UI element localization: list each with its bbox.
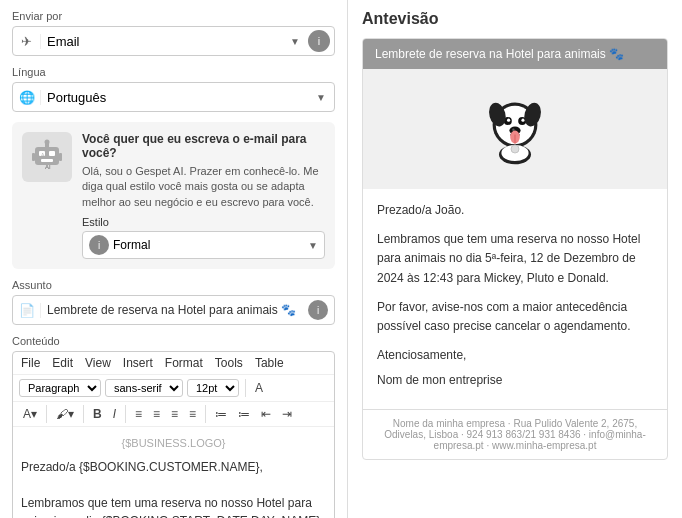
- send-by-arrow-icon: ▼: [282, 36, 308, 47]
- editor-body[interactable]: {$BUSINESS.LOGO} Prezado/a {$BOOKING.CUS…: [13, 427, 334, 518]
- language-label: Língua: [12, 66, 335, 78]
- conteudo-label: Conteúdo: [12, 335, 335, 347]
- fmt-sep-1: [46, 405, 47, 423]
- assunto-input[interactable]: [41, 303, 308, 317]
- svg-point-15: [521, 119, 524, 122]
- align-justify-button[interactable]: ≡: [185, 405, 200, 423]
- email-paragraph1: Lembramos que tem uma reserva no nosso H…: [377, 230, 653, 288]
- send-by-info-icon[interactable]: i: [308, 30, 330, 52]
- editor-paragraph1: Lembramos que tem uma reserva no nosso H…: [21, 494, 326, 518]
- editor-container: File Edit View Insert Format Tools Table…: [12, 351, 335, 518]
- left-panel: Enviar por ✈ Email ▼ i Língua 🌐 Portuguê…: [0, 0, 348, 518]
- ai-title: Você quer que eu escreva o e-mail para v…: [82, 132, 325, 160]
- text-color-picker[interactable]: A▾: [19, 405, 41, 423]
- align-left-button[interactable]: ≡: [131, 405, 146, 423]
- fmt-sep-2: [83, 405, 84, 423]
- preview-title: Antevisão: [362, 10, 668, 28]
- outdent-button[interactable]: ⇤: [257, 405, 275, 423]
- email-preview-header: Lembrete de reserva na Hotel para animai…: [363, 39, 667, 69]
- dog-illustration: [475, 89, 555, 169]
- toolbar-separator-1: [245, 379, 246, 397]
- email-body: Prezado/a João. Lembramos que tem uma re…: [363, 189, 667, 409]
- email-preview-header-title: Lembrete de reserva na Hotel para animai…: [375, 47, 624, 61]
- editor-toolbar-row1: Paragraph sans-serif 12pt A: [13, 375, 334, 402]
- fmt-sep-4: [205, 405, 206, 423]
- email-paragraph2: Por favor, avise-nos com a maior anteced…: [377, 298, 653, 336]
- assunto-label: Assunto: [12, 279, 335, 291]
- editor-menubar: File Edit View Insert Format Tools Table: [13, 352, 334, 375]
- bold-button[interactable]: B: [89, 405, 106, 423]
- right-panel: Antevisão Lembrete de reserva na Hotel p…: [348, 0, 682, 518]
- language-arrow-icon: ▼: [308, 92, 334, 103]
- menu-view[interactable]: View: [85, 356, 111, 370]
- svg-text:AI: AI: [45, 164, 51, 170]
- style-info-icon: i: [89, 235, 109, 255]
- highlight-button[interactable]: 🖌▾: [52, 405, 78, 423]
- assunto-info-icon[interactable]: i: [308, 300, 328, 320]
- email-signoff: Atenciosamente,: [377, 346, 653, 365]
- send-by-select[interactable]: Email: [41, 34, 282, 49]
- ai-avatar: A AI: [22, 132, 72, 182]
- font-family-select[interactable]: sans-serif: [105, 379, 183, 397]
- indent-button[interactable]: ⇥: [278, 405, 296, 423]
- ai-section: A AI Você quer que eu escreva o e-mail p…: [12, 122, 335, 269]
- menu-format[interactable]: Format: [165, 356, 203, 370]
- svg-rect-2: [49, 151, 55, 156]
- send-by-group: Enviar por ✈ Email ▼ i: [12, 10, 335, 56]
- svg-rect-0: [35, 147, 59, 165]
- robot-icon: A AI: [27, 137, 67, 177]
- document-icon: 📄: [13, 303, 41, 318]
- svg-rect-7: [59, 153, 62, 161]
- email-footer: Nome da minha empresa · Rua Pulido Valen…: [363, 409, 667, 459]
- style-label: Estilo: [82, 216, 325, 228]
- assunto-input-wrapper[interactable]: 📄 i: [12, 295, 335, 325]
- svg-rect-3: [41, 159, 53, 162]
- language-select[interactable]: Português: [41, 90, 308, 105]
- language-icon: 🌐: [13, 90, 41, 105]
- send-by-select-wrapper[interactable]: ✈ Email ▼ i: [12, 26, 335, 56]
- assunto-group: Assunto 📄 i: [12, 279, 335, 325]
- email-footer-text: Nome da minha empresa · Rua Pulido Valen…: [384, 418, 645, 451]
- svg-rect-6: [32, 153, 35, 161]
- email-preview: Lembrete de reserva na Hotel para animai…: [362, 38, 668, 460]
- paragraph-style-select[interactable]: Paragraph: [19, 379, 101, 397]
- menu-tools[interactable]: Tools: [215, 356, 243, 370]
- ordered-list-button[interactable]: ≔: [234, 405, 254, 423]
- conteudo-group: Conteúdo File Edit View Insert Format To…: [12, 335, 335, 518]
- italic-button[interactable]: I: [109, 405, 120, 423]
- language-group: Língua 🌐 Português ▼: [12, 66, 335, 112]
- menu-table[interactable]: Table: [255, 356, 284, 370]
- style-caret-icon: ▼: [302, 240, 324, 251]
- svg-point-14: [507, 119, 510, 122]
- align-center-button[interactable]: ≡: [149, 405, 164, 423]
- unordered-list-button[interactable]: ≔: [211, 405, 231, 423]
- business-logo-placeholder: {$BUSINESS.LOGO}: [21, 435, 326, 452]
- svg-point-17: [512, 129, 514, 131]
- menu-insert[interactable]: Insert: [123, 356, 153, 370]
- style-select-wrapper[interactable]: i Formal Informal Profissional ▼: [82, 231, 325, 259]
- email-greeting: Prezado/a João.: [377, 201, 653, 220]
- send-by-label: Enviar por: [12, 10, 335, 22]
- align-right-button[interactable]: ≡: [167, 405, 182, 423]
- svg-point-24: [511, 145, 519, 153]
- send-icon: ✈: [13, 34, 41, 49]
- editor-formatting-row: A▾ 🖌▾ B I ≡ ≡ ≡ ≡ ≔ ≔ ⇤ ⇥: [13, 402, 334, 427]
- style-select[interactable]: Formal Informal Profissional: [109, 238, 302, 252]
- email-banner: [363, 69, 667, 189]
- svg-point-5: [45, 140, 50, 145]
- ai-description: Olá, sou o Gespet AI. Prazer em conhecê-…: [82, 164, 325, 210]
- language-select-wrapper[interactable]: 🌐 Português ▼: [12, 82, 335, 112]
- fmt-sep-3: [125, 405, 126, 423]
- ai-text-area: Você quer que eu escreva o e-mail para v…: [82, 132, 325, 259]
- text-color-button[interactable]: A: [252, 380, 266, 396]
- font-size-select[interactable]: 12pt: [187, 379, 239, 397]
- menu-edit[interactable]: Edit: [52, 356, 73, 370]
- email-company-name: Nom de mon entreprise: [377, 371, 653, 390]
- menu-file[interactable]: File: [21, 356, 40, 370]
- editor-greeting: Prezado/a {$BOOKING.CUSTOMER.NAME},: [21, 458, 326, 476]
